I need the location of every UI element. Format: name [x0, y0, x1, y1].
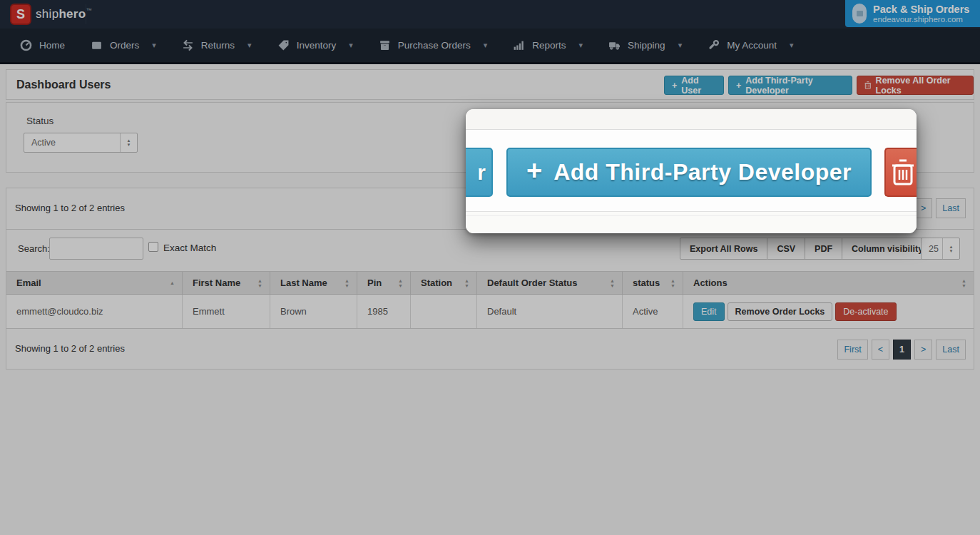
fragment-text: r	[477, 160, 486, 185]
app-window: S shiphero™ Pack & Ship Orders endeavour…	[0, 0, 980, 535]
zoom-preview-modal: r + Add Third-Party Developer	[466, 109, 917, 233]
plus-icon: +	[526, 156, 542, 186]
modal-button-label: Add Third-Party Developer	[553, 159, 852, 185]
modal-top-band	[466, 109, 917, 130]
remove-locks-button-fragment	[884, 148, 917, 197]
modal-dim-overlay	[0, 0, 980, 535]
trash-icon	[891, 158, 915, 187]
modal-divider-line	[466, 215, 917, 216]
add-third-party-developer-button-magnified[interactable]: + Add Third-Party Developer	[506, 148, 872, 197]
modal-bottom-band	[466, 211, 917, 233]
add-user-button-fragment: r	[466, 148, 493, 197]
